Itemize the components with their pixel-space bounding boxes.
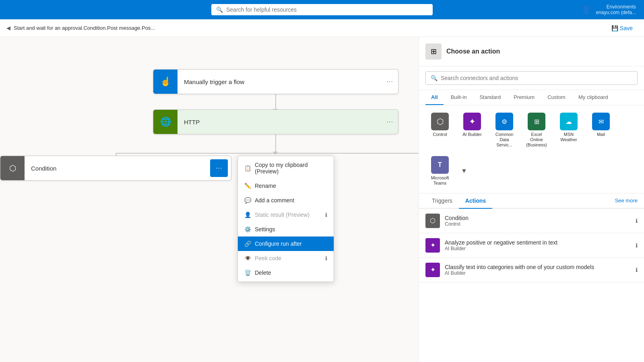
context-menu-configure-run[interactable]: 🔗 Configure run after: [238, 237, 334, 251]
connector-control[interactable]: ⬡ Control: [425, 110, 454, 150]
search-input[interactable]: [226, 6, 428, 13]
http-icon-symbol: 🌐: [160, 117, 171, 127]
condition-node[interactable]: ⬡ Condition ···: [0, 156, 231, 181]
action-panel-title: Choose an action: [446, 48, 500, 55]
action-item-condition[interactable]: ⬡ Condition Control ℹ: [419, 209, 644, 233]
action-sentiment-symbol: ✦: [430, 241, 436, 249]
action-search-icon: 🔍: [431, 75, 438, 81]
connector-excel[interactable]: ⊞ Excel Online (Business): [522, 110, 551, 150]
connector-mail-name: Mail: [597, 132, 605, 137]
connector-expand-button[interactable]: ▼: [458, 154, 471, 188]
action-condition-sub: Control: [445, 221, 631, 227]
rename-icon: ✏️: [244, 183, 251, 189]
configure-run-icon: 🔗: [244, 241, 251, 247]
connector-cds[interactable]: ⚙ Common Data Servic...: [490, 110, 519, 150]
connector-ai-builder[interactable]: ✦ AI Builder: [458, 110, 487, 150]
connector-teams[interactable]: T Microsoft Teams: [425, 154, 454, 188]
action-condition-name: Condition: [445, 215, 631, 221]
action-panel-header-icon: ⊞: [425, 43, 442, 60]
action-sentiment-name: Analyze positive or negative sentiment i…: [445, 239, 631, 246]
action-condition-icon: ⬡: [425, 214, 440, 228]
connector-teams-name: Microsoft Teams: [428, 175, 452, 186]
tab-triggers[interactable]: Triggers: [425, 193, 459, 209]
static-result-info-icon: ℹ: [325, 212, 327, 218]
filter-tab-custom[interactable]: Custom: [542, 90, 571, 105]
connector-teams-icon: T: [431, 156, 449, 174]
breadcrumb-back-icon[interactable]: ◀: [6, 25, 10, 31]
peek-code-info-icon: ℹ: [325, 255, 327, 261]
rename-label: Rename: [255, 183, 276, 189]
search-bar-container[interactable]: 🔍: [211, 4, 433, 15]
action-classify-symbol: ✦: [430, 266, 436, 274]
context-menu-delete[interactable]: 🗑️ Delete: [238, 265, 334, 280]
peek-code-icon: 👁️: [244, 255, 251, 261]
breadcrumb: ◀ Start and wait for an approval.Conditi…: [6, 25, 155, 31]
connector-mail[interactable]: ✉ Mail: [586, 110, 615, 150]
action-sentiment-info-btn[interactable]: ℹ: [636, 242, 638, 249]
context-menu-peek-code: 👁️ Peek code ℹ: [238, 251, 334, 265]
connector-msn-weather[interactable]: ☁ MSN Weather: [554, 110, 583, 150]
filter-tab-builtin[interactable]: Built-in: [445, 90, 473, 105]
connector-control-name: Control: [433, 132, 447, 137]
save-label: Save: [620, 25, 633, 31]
breadcrumb-bar: ◀ Start and wait for an approval.Conditi…: [0, 19, 644, 37]
static-result-label: Static result (Preview): [255, 212, 310, 218]
ta-left: Triggers Actions: [425, 193, 492, 208]
connector-control-icon: ⬡: [431, 113, 449, 130]
filter-tab-premium[interactable]: Premium: [508, 90, 540, 105]
context-menu-copy[interactable]: 📋 Copy to my clipboard (Preview): [238, 158, 334, 179]
add-comment-icon: 💬: [244, 197, 251, 204]
canvas: ☝ Manually trigger a flow ··· 🌐 HTTP ···: [0, 37, 644, 362]
http-icon: 🌐: [153, 110, 178, 134]
action-item-analyze-sentiment[interactable]: ✦ Analyze positive or negative sentiment…: [419, 233, 644, 258]
connector-weather-symbol: ☁: [566, 118, 572, 125]
tab-actions[interactable]: Actions: [459, 193, 492, 209]
action-classify-sub: AI Builder: [445, 270, 631, 276]
context-menu-add-comment[interactable]: 💬 Add a comment: [238, 193, 334, 208]
action-condition-info-btn[interactable]: ℹ: [636, 218, 638, 224]
add-comment-label: Add a comment: [255, 197, 294, 204]
save-button[interactable]: 💾 Save: [607, 23, 638, 34]
connector-cds-name: Common Data Servic...: [492, 132, 516, 148]
action-sentiment-sub: AI Builder: [445, 246, 631, 251]
context-menu-rename[interactable]: ✏️ Rename: [238, 179, 334, 193]
line-trigger-to-http: [275, 93, 276, 110]
action-panel-header: ⊞ Choose an action: [419, 37, 644, 66]
copy-label: Copy to my clipboard (Preview): [255, 162, 327, 175]
context-menu: 📋 Copy to my clipboard (Preview) ✏️ Rena…: [237, 156, 334, 282]
expand-icon: ▼: [461, 167, 467, 175]
action-search-input[interactable]: [441, 75, 632, 81]
see-more-link[interactable]: See more: [615, 197, 638, 204]
filter-tab-clipboard[interactable]: My clipboard: [573, 90, 614, 105]
connector-teams-symbol: T: [438, 161, 442, 169]
trigger-node[interactable]: ☝ Manually trigger a flow ···: [153, 69, 398, 94]
connector-grid: ⬡ Control ✦ AI Builder ⚙ Common Data Ser…: [419, 105, 644, 193]
action-item-classify-text[interactable]: ✦ Classify text into categories with one…: [419, 258, 644, 282]
configure-run-label: Configure run after: [255, 241, 302, 247]
condition-menu-button[interactable]: ···: [210, 159, 228, 177]
http-menu-button[interactable]: ···: [382, 118, 398, 125]
action-sentiment-info: Analyze positive or negative sentiment i…: [445, 239, 631, 251]
action-panel: ⊞ Choose an action 🔍 All Built-in Standa…: [419, 37, 644, 362]
context-menu-static-result: 👤 Static result (Preview) ℹ: [238, 208, 334, 222]
http-node[interactable]: 🌐 HTTP ···: [153, 109, 398, 134]
action-search-input-wrapper[interactable]: 🔍: [425, 71, 638, 85]
context-menu-settings[interactable]: ⚙️ Settings: [238, 222, 334, 237]
connector-weather-name: MSN Weather: [557, 132, 581, 142]
trigger-menu-button[interactable]: ···: [382, 78, 398, 85]
action-sentiment-icon: ✦: [425, 238, 440, 253]
filter-tab-standard[interactable]: Standard: [474, 90, 506, 105]
action-list: ⬡ Condition Control ℹ ✦ Analyze positive…: [419, 209, 644, 362]
top-bar: 🔍 👤 Environments enayu.com (defa...: [0, 0, 644, 19]
trigger-icon: ☝: [153, 70, 178, 94]
line-http-to-branch: [275, 134, 276, 153]
action-classify-info-btn[interactable]: ℹ: [636, 267, 638, 273]
delete-icon: 🗑️: [244, 269, 251, 276]
connector-ai-icon: ✦: [463, 113, 481, 130]
triggers-actions-tabs: Triggers Actions See more: [419, 193, 644, 209]
flow-container: ☝ Manually trigger a flow ··· 🌐 HTTP ···: [0, 37, 644, 362]
branch-line-left: [116, 153, 275, 154]
connector-ai-symbol: ✦: [469, 117, 476, 126]
action-classify-icon: ✦: [425, 263, 440, 277]
filter-tab-all[interactable]: All: [425, 90, 444, 105]
